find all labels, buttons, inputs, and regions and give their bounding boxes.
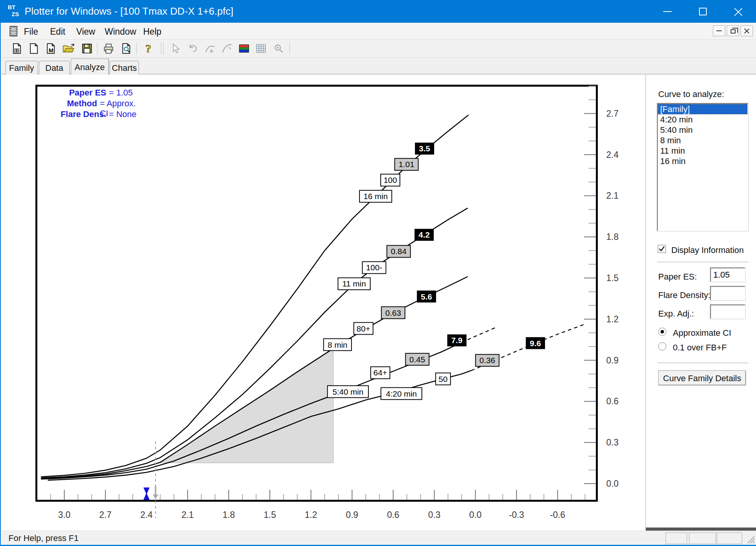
curve-list-item-8[interactable]: 8 min [658, 135, 748, 146]
curve-listbox[interactable]: [Family] 4:20 min 5:40 min 8 min 11 min … [657, 103, 748, 231]
svg-text:2.7: 2.7 [606, 109, 619, 119]
exp-adj-label: Exp. Adj.: [658, 309, 694, 319]
svg-text:3.5: 3.5 [419, 144, 430, 153]
maximize-icon [699, 8, 707, 15]
close-button[interactable] [721, 0, 756, 23]
menu-window[interactable]: Window [102, 26, 139, 38]
status-cell [689, 533, 716, 544]
display-information-label: Display Information [671, 245, 744, 255]
resize-grip-icon[interactable] [744, 533, 755, 546]
menu-file[interactable]: File [22, 26, 40, 38]
curve-list-item-540[interactable]: 5:40 min [658, 125, 748, 135]
svg-text:0.6: 0.6 [387, 510, 399, 520]
svg-text:M: M [49, 47, 54, 54]
save-file-button[interactable] [79, 41, 95, 56]
curve-list-item-420[interactable]: 4:20 min [658, 114, 748, 125]
toolbar-separator [97, 42, 97, 55]
data-grid-button[interactable] [253, 41, 269, 56]
analyze-view: 3.02.72.42.11.81.51.20.90.60.30.0-0.3-0.… [2, 75, 756, 531]
mdi-restore-icon [731, 29, 736, 33]
display-information-checkbox[interactable] [658, 245, 666, 253]
svg-text:9.6: 9.6 [530, 339, 541, 348]
minimize-icon [663, 11, 672, 12]
add-curve-button [202, 41, 218, 56]
flare-density-input[interactable] [710, 286, 745, 300]
svg-text:80+: 80+ [356, 324, 370, 333]
curve-list-item-family[interactable]: [Family] [658, 104, 748, 114]
status-cell [666, 533, 687, 544]
tab-charts[interactable]: Charts [110, 61, 139, 74]
approximate-ci-radio[interactable] [658, 328, 666, 336]
tab-data[interactable]: Data [39, 61, 70, 74]
svg-text:1.8: 1.8 [606, 232, 619, 242]
svg-text:0.63: 0.63 [385, 308, 401, 317]
svg-text:0.9: 0.9 [606, 355, 619, 365]
panel-bottom-edge [646, 528, 756, 531]
mdi-close-button[interactable] [741, 25, 753, 36]
svg-text:1.5: 1.5 [264, 510, 276, 520]
curve-family-details-button[interactable]: Curve Family Details [658, 370, 746, 385]
minimize-button[interactable] [650, 0, 685, 23]
panel-separator [657, 363, 748, 363]
svg-text:4.2: 4.2 [418, 230, 430, 239]
undo-button [186, 41, 201, 56]
info-method: Method = Approx. CI [40, 99, 140, 109]
app-logo-icon: BT ZS [6, 3, 23, 20]
svg-text:7.9: 7.9 [451, 336, 462, 345]
new-document-button[interactable] [26, 41, 42, 56]
curve-family-chart[interactable]: 3.02.72.42.11.81.51.20.90.60.30.0-0.3-0.… [2, 75, 756, 531]
svg-text:1.2: 1.2 [305, 510, 317, 520]
toolbar-separator [136, 42, 137, 55]
paper-es-label: Paper ES: [658, 272, 697, 282]
print-preview-button[interactable] [119, 41, 134, 56]
maximize-button[interactable] [685, 0, 721, 23]
svg-text:0.0: 0.0 [469, 510, 482, 520]
open-file-button[interactable] [61, 41, 76, 56]
tab-strip: Family Data Analyze Charts [2, 58, 756, 75]
select-cursor-button [168, 41, 183, 56]
svg-text:4:20 min: 4:20 min [386, 389, 417, 398]
svg-text:0.84: 0.84 [391, 247, 406, 256]
tab-analyze[interactable]: Analyze [71, 59, 109, 75]
over-fbf-label: 0.1 over FB+F [673, 343, 727, 353]
svg-text:100: 100 [383, 176, 397, 184]
svg-text:1.8: 1.8 [222, 510, 235, 520]
new-matrix-document-button[interactable]: M [43, 41, 59, 56]
approximate-ci-label: Approximate CI [673, 328, 731, 338]
document-filmstrip-icon[interactable] [8, 25, 19, 39]
svg-text:100-: 100- [366, 263, 382, 272]
svg-text:-0.3: -0.3 [509, 510, 524, 520]
info-flare-density: Flare Dens. = None [40, 109, 140, 120]
svg-text:1.01: 1.01 [398, 160, 414, 169]
flare-density-label: Flare Density: [658, 290, 711, 300]
svg-text:-0.6: -0.6 [550, 510, 565, 520]
title-bar: BT ZS Plotter for Windows - [100 Tmax DD… [1, 0, 755, 23]
menu-edit[interactable]: Edit [48, 26, 68, 38]
svg-text:2.4: 2.4 [606, 150, 619, 160]
over-fbf-radio[interactable] [658, 342, 666, 350]
svg-text:0.6: 0.6 [606, 396, 619, 406]
svg-text:0.36: 0.36 [480, 356, 495, 365]
mdi-minimize-button[interactable] [713, 25, 725, 36]
svg-text:0.3: 0.3 [428, 510, 440, 520]
help-button[interactable]: ? [141, 41, 156, 56]
color-bands-button[interactable] [236, 41, 252, 56]
print-button[interactable] [101, 41, 116, 56]
toolbar-separator [289, 42, 290, 55]
tab-family[interactable]: Family [5, 61, 38, 74]
svg-text:0.9: 0.9 [346, 510, 358, 520]
menu-view[interactable]: View [74, 26, 97, 38]
status-bar: For Help, press F1 [2, 531, 756, 545]
svg-text:8 min: 8 min [328, 340, 347, 349]
curve-list-item-16[interactable]: 16 min [658, 156, 748, 166]
paper-es-input[interactable] [710, 268, 745, 282]
toolbar-grip [163, 42, 164, 55]
menu-help[interactable]: Help [141, 26, 164, 38]
new-film-document-button[interactable] [9, 41, 25, 56]
zoom-tool-button [271, 41, 286, 56]
exp-adj-input[interactable] [710, 305, 745, 319]
curve-list-item-11[interactable]: 11 min [658, 146, 748, 156]
checkmark-icon [658, 245, 666, 253]
mdi-restore-button[interactable] [727, 25, 739, 36]
analyze-side-panel: Curve to analyze: [Family] 4:20 min 5:40… [646, 75, 756, 531]
